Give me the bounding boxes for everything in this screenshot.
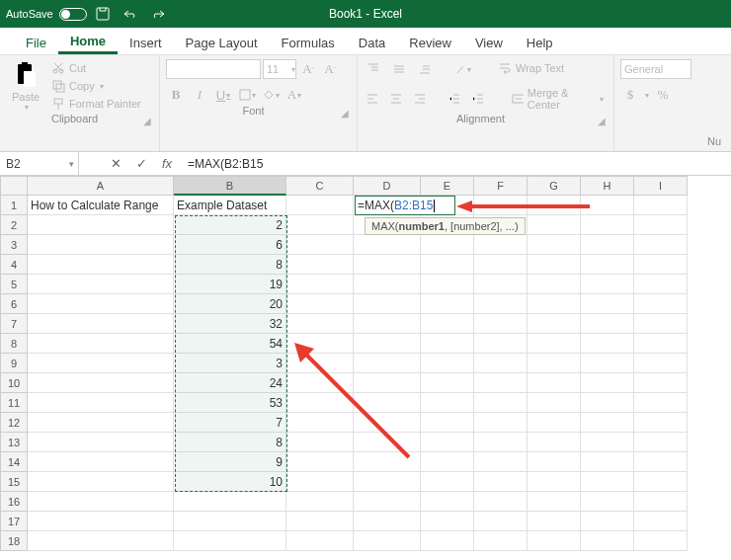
cell-E18[interactable] (421, 531, 474, 551)
cell-B13[interactable]: 8 (174, 433, 286, 452)
cell-B5[interactable]: 19 (174, 275, 286, 294)
cell-C17[interactable] (286, 512, 354, 531)
cell-F3[interactable] (474, 235, 528, 255)
cell-G3[interactable] (528, 235, 581, 255)
cell-A4[interactable] (28, 255, 174, 275)
column-header-I[interactable]: I (634, 176, 688, 196)
column-header-F[interactable]: F (474, 176, 528, 196)
cell-D15[interactable] (354, 472, 421, 492)
tab-data[interactable]: Data (347, 36, 397, 54)
tab-view[interactable]: View (463, 36, 515, 54)
cell-H6[interactable] (581, 294, 634, 314)
column-header-D[interactable]: D (354, 176, 421, 196)
cell-A1[interactable]: How to Calculate Range (28, 196, 174, 215)
row-header-14[interactable]: 14 (0, 452, 28, 472)
cell-F1[interactable] (474, 196, 528, 215)
cell-D16[interactable] (354, 492, 421, 512)
cell-I13[interactable] (634, 433, 688, 452)
align-center-button[interactable] (387, 89, 405, 109)
cell-F18[interactable] (474, 531, 528, 551)
cell-E10[interactable] (421, 373, 474, 393)
cell-D5[interactable] (354, 275, 421, 294)
cell-I17[interactable] (634, 512, 688, 531)
cell-B8[interactable]: 54 (174, 334, 286, 354)
cell-D13[interactable] (354, 433, 421, 452)
cell-I12[interactable] (634, 413, 688, 433)
row-header-3[interactable]: 3 (0, 235, 28, 255)
cell-A13[interactable] (28, 433, 174, 452)
cell-D8[interactable] (354, 334, 421, 354)
row-header-6[interactable]: 6 (0, 294, 28, 314)
cell-A6[interactable] (28, 294, 174, 314)
cell-D3[interactable] (354, 235, 421, 255)
cell-G15[interactable] (528, 472, 581, 492)
cell-E12[interactable] (421, 413, 474, 433)
cell-A14[interactable] (28, 452, 174, 472)
cell-G1[interactable] (528, 196, 581, 215)
cell-G17[interactable] (528, 512, 581, 531)
cell-C13[interactable] (286, 433, 354, 452)
cell-C3[interactable] (286, 235, 354, 255)
column-header-G[interactable]: G (528, 176, 581, 196)
name-box[interactable]: B2 ▾ (0, 152, 79, 175)
cell-H18[interactable] (581, 531, 634, 551)
cell-F13[interactable] (474, 433, 528, 452)
undo-button[interactable] (119, 2, 142, 26)
row-header-15[interactable]: 15 (0, 472, 28, 492)
cell-B18[interactable] (174, 531, 286, 551)
increase-indent-button[interactable] (469, 89, 487, 109)
cell-F6[interactable] (474, 294, 528, 314)
row-header-10[interactable]: 10 (0, 373, 28, 393)
align-left-button[interactable] (364, 89, 381, 109)
cell-H17[interactable] (581, 512, 634, 531)
cell-G9[interactable] (528, 354, 581, 373)
cell-H3[interactable] (581, 235, 634, 255)
cell-B15[interactable]: 10 (174, 472, 286, 492)
cell-B4[interactable]: 8 (174, 255, 286, 275)
cell-G6[interactable] (528, 294, 581, 314)
cell-B7[interactable]: 32 (174, 314, 286, 334)
orientation-button[interactable]: ▾ (452, 59, 472, 79)
row-header-8[interactable]: 8 (0, 334, 28, 354)
bold-button[interactable]: B (166, 85, 186, 105)
fill-color-button[interactable]: ▾ (261, 85, 281, 105)
cell-H7[interactable] (581, 314, 634, 334)
cell-G2[interactable] (528, 215, 581, 235)
cell-F5[interactable] (474, 275, 528, 294)
cell-E17[interactable] (421, 512, 474, 531)
row-header-11[interactable]: 11 (0, 393, 28, 413)
cell-I8[interactable] (634, 334, 688, 354)
redo-button[interactable] (146, 2, 170, 26)
editing-cell-D1[interactable]: =MAX(B2:B15 (355, 196, 455, 215)
cell-D12[interactable] (354, 413, 421, 433)
cell-H15[interactable] (581, 472, 634, 492)
cell-D4[interactable] (354, 255, 421, 275)
autosave-toggle[interactable]: AutoSave (6, 8, 87, 21)
cell-I5[interactable] (634, 275, 688, 294)
cell-I9[interactable] (634, 354, 688, 373)
cell-I14[interactable] (634, 452, 688, 472)
align-bottom-button[interactable] (415, 59, 435, 79)
decrease-font-button[interactable]: Aˇ (320, 59, 340, 79)
cell-B9[interactable]: 3 (174, 354, 286, 373)
cancel-formula-button[interactable]: ✕ (103, 152, 128, 175)
cell-C15[interactable] (286, 472, 354, 492)
row-header-7[interactable]: 7 (0, 314, 28, 334)
row-header-5[interactable]: 5 (0, 275, 28, 294)
dialog-launcher-icon[interactable]: ◢ (143, 116, 153, 126)
cell-F8[interactable] (474, 334, 528, 354)
cell-H5[interactable] (581, 275, 634, 294)
cell-F14[interactable] (474, 452, 528, 472)
underline-button[interactable]: U▾ (213, 85, 233, 105)
cell-B14[interactable]: 9 (174, 452, 286, 472)
cell-D11[interactable] (354, 393, 421, 413)
cell-I6[interactable] (634, 294, 688, 314)
cell-E8[interactable] (421, 334, 474, 354)
cell-H4[interactable] (581, 255, 634, 275)
cell-F11[interactable] (474, 393, 528, 413)
cell-F4[interactable] (474, 255, 528, 275)
cell-E4[interactable] (421, 255, 474, 275)
cell-H14[interactable] (581, 452, 634, 472)
cell-A5[interactable] (28, 275, 174, 294)
cell-I18[interactable] (634, 531, 688, 551)
